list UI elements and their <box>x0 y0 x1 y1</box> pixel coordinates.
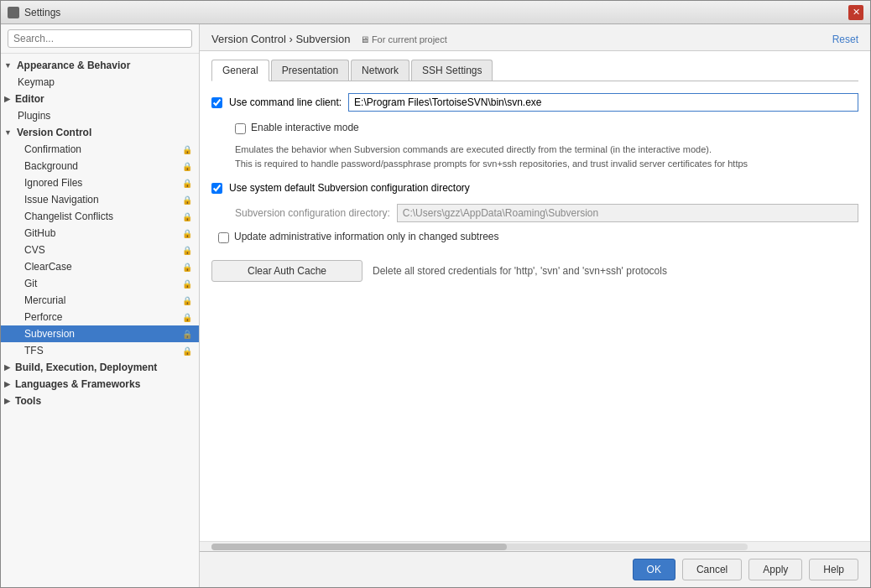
sidebar-item-tools[interactable]: ▶ Tools <box>1 393 199 409</box>
enable-interactive-checkbox[interactable] <box>235 123 246 134</box>
clear-auth-area: Clear Auth Cache Delete all stored crede… <box>211 260 858 282</box>
sidebar-item-subversion[interactable]: Subversion 🔒 <box>1 325 199 342</box>
tab-network[interactable]: Network <box>351 60 409 81</box>
panel-header: Version Control › Subversion 🖥 For curre… <box>200 24 870 51</box>
description-text: Emulates the behavior when Subversion co… <box>211 139 858 179</box>
tab-presentation[interactable]: Presentation <box>271 60 349 81</box>
sidebar-item-label: Perforce <box>24 311 62 323</box>
titlebar: Settings ✕ <box>1 1 870 24</box>
sidebar-item-github[interactable]: GitHub 🔒 <box>1 225 199 242</box>
sidebar-item-editor[interactable]: ▶ Editor <box>1 91 199 107</box>
sidebar-item-build-execution[interactable]: ▶ Build, Execution, Deployment <box>1 359 199 376</box>
help-button[interactable]: Help <box>809 559 858 580</box>
lock-icon: 🔒 <box>182 145 192 154</box>
scroll-area <box>200 541 870 551</box>
sidebar-item-ignored-files[interactable]: Ignored Files 🔒 <box>1 174 199 191</box>
search-box <box>1 24 199 54</box>
ok-button[interactable]: OK <box>633 559 675 580</box>
lock-icon: 🔒 <box>182 313 192 322</box>
lock-icon: 🔒 <box>182 162 192 171</box>
settings-window: Settings ✕ ▼ Appearance & Behavior Keyma… <box>0 0 871 588</box>
close-button[interactable]: ✕ <box>848 5 863 20</box>
config-dir-label: Subversion configuration directory: <box>235 207 390 219</box>
use-system-default-label: Use system default Subversion configurat… <box>229 182 470 194</box>
sidebar-item-cvs[interactable]: CVS 🔒 <box>1 242 199 258</box>
lock-icon: 🔒 <box>182 346 192 356</box>
sidebar-item-label: Issue Navigation <box>24 194 99 206</box>
sidebar-item-label: Background <box>24 160 78 172</box>
lock-icon: 🔒 <box>182 212 192 221</box>
config-dir-field: Subversion configuration directory: C:\U… <box>211 204 858 222</box>
window-title: Settings <box>24 7 843 18</box>
cancel-button[interactable]: Cancel <box>682 559 742 580</box>
sidebar-item-label: Git <box>24 278 37 289</box>
sidebar-item-mercurial[interactable]: Mercurial 🔒 <box>1 292 199 309</box>
expand-arrow: ▼ <box>4 61 12 70</box>
sidebar-item-languages[interactable]: ▶ Languages & Frameworks <box>1 376 199 393</box>
clear-auth-button[interactable]: Clear Auth Cache <box>211 260 362 282</box>
sidebar-item-appearance[interactable]: ▼ Appearance & Behavior <box>1 57 199 74</box>
tabs-bar: General Presentation Network SSH Setting… <box>211 60 858 81</box>
sidebar-item-label: Confirmation <box>24 143 81 155</box>
sidebar-item-label: Editor <box>15 93 44 105</box>
lock-icon: 🔒 <box>182 246 192 255</box>
use-command-line-label: Use command line client: <box>229 96 342 108</box>
desc-line1: Emulates the behavior when Subversion co… <box>235 143 852 157</box>
apply-button[interactable]: Apply <box>748 559 802 580</box>
sidebar-item-label: Plugins <box>18 110 50 122</box>
lock-icon: 🔒 <box>182 330 192 339</box>
use-command-line-checkbox[interactable] <box>211 97 222 108</box>
sidebar-item-clearcase[interactable]: ClearCase 🔒 <box>1 258 199 275</box>
sidebar-item-label: CVS <box>24 244 45 256</box>
enable-interactive-row: Enable interactive mode <box>211 122 858 134</box>
app-icon <box>8 7 19 18</box>
sidebar-item-label: Languages & Frameworks <box>15 378 140 390</box>
sidebar-tree: ▼ Appearance & Behavior Keymap ▶ Editor … <box>1 54 199 587</box>
sidebar-item-label: Tools <box>15 395 41 407</box>
lock-icon: 🔒 <box>182 296 192 305</box>
sidebar-item-label: GitHub <box>24 227 55 239</box>
sidebar-item-label: Changelist Conflicts <box>24 211 113 222</box>
update-admin-label: Update administrative information only i… <box>234 231 499 242</box>
expand-arrow: ▶ <box>4 380 10 388</box>
use-system-default-checkbox[interactable] <box>211 183 222 194</box>
command-line-row: Use command line client: E:\Program File… <box>211 93 858 112</box>
scrollbar-thumb[interactable] <box>211 544 507 550</box>
sidebar-item-label: Subversion <box>24 328 75 340</box>
config-dir-input[interactable]: C:\Users\gzz\AppData\Roaming\Subversion <box>397 204 858 222</box>
sidebar-item-label: Keymap <box>18 76 55 88</box>
lock-icon: 🔒 <box>182 179 192 188</box>
project-label-text: For current project <box>372 34 447 44</box>
tab-general[interactable]: General <box>211 60 269 81</box>
bottom-bar: OK Cancel Apply Help <box>200 551 870 587</box>
right-panel: Version Control › Subversion 🖥 For curre… <box>200 24 870 587</box>
update-admin-checkbox[interactable] <box>218 232 229 243</box>
search-input[interactable] <box>8 29 192 48</box>
lock-icon: 🔒 <box>182 195 192 205</box>
sidebar-item-tfs[interactable]: TFS 🔒 <box>1 342 199 359</box>
command-line-input[interactable]: E:\Program Files\TortoiseSVN\bin\svn.exe <box>348 93 858 112</box>
breadcrumb: Version Control › Subversion 🖥 For curre… <box>211 33 447 45</box>
sidebar-item-label: ClearCase <box>24 261 72 273</box>
use-system-default-row: Use system default Subversion configurat… <box>211 182 858 194</box>
sidebar-item-label: Mercurial <box>24 294 65 306</box>
sidebar-item-confirmation[interactable]: Confirmation 🔒 <box>1 141 199 158</box>
sidebar-item-git[interactable]: Git 🔒 <box>1 275 199 292</box>
expand-arrow: ▶ <box>4 363 10 372</box>
sidebar-item-background[interactable]: Background 🔒 <box>1 158 199 174</box>
panel-body: General Presentation Network SSH Setting… <box>200 51 870 541</box>
tab-ssh-settings[interactable]: SSH Settings <box>411 60 493 81</box>
panel-title: Version Control › Subversion <box>211 33 350 45</box>
sidebar-item-label: Version Control <box>17 127 91 138</box>
sidebar-item-keymap[interactable]: Keymap <box>1 74 199 91</box>
reset-link[interactable]: Reset <box>832 34 858 45</box>
sidebar-item-label: Appearance & Behavior <box>17 60 130 71</box>
sidebar-item-version-control[interactable]: ▼ Version Control <box>1 124 199 141</box>
desc-line2: This is required to handle password/pass… <box>235 157 852 171</box>
enable-interactive-label: Enable interactive mode <box>251 122 359 133</box>
sidebar-item-issue-navigation[interactable]: Issue Navigation 🔒 <box>1 191 199 208</box>
sidebar-item-plugins[interactable]: Plugins <box>1 107 199 124</box>
sidebar-item-perforce[interactable]: Perforce 🔒 <box>1 309 199 325</box>
lock-icon: 🔒 <box>182 279 192 289</box>
sidebar-item-changelist-conflicts[interactable]: Changelist Conflicts 🔒 <box>1 208 199 225</box>
